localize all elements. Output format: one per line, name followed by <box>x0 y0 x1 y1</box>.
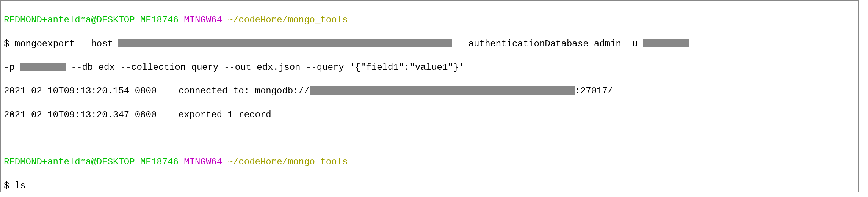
prompt-path: ~/codeHome/mongo_tools <box>228 15 348 25</box>
cmd-mongoexport-part3: -p <box>4 62 20 72</box>
prompt-dollar: $ <box>4 39 9 49</box>
redacted-password <box>20 63 66 71</box>
output-connected-prefix: 2021-02-10T09:13:20.154-0800 connected t… <box>4 86 310 96</box>
output-connected: 2021-02-10T09:13:20.154-0800 connected t… <box>4 85 855 97</box>
redacted-host <box>118 39 452 47</box>
prompt-line-2: REDMOND+anfeldma@DESKTOP-ME18746 MINGW64… <box>4 156 855 168</box>
blank-line-1 <box>4 132 855 144</box>
prompt-dollar: $ <box>4 181 9 191</box>
command-line-1b: -p --db edx --collection query --out edx… <box>4 61 855 73</box>
terminal-window[interactable]: REDMOND+anfeldma@DESKTOP-ME18746 MINGW64… <box>0 0 859 192</box>
prompt-user: REDMOND+anfeldma@DESKTOP-ME18746 <box>4 15 179 25</box>
prompt-sys: MINGW64 <box>184 157 222 167</box>
output-connected-suffix: :27017/ <box>575 86 613 96</box>
output-exported: 2021-02-10T09:13:20.347-0800 exported 1 … <box>4 109 855 121</box>
cmd-mongoexport-part1: mongoexport --host <box>15 39 119 49</box>
command-line-2: $ ls <box>4 180 855 192</box>
prompt-path: ~/codeHome/mongo_tools <box>228 157 348 167</box>
cmd-mongoexport-part2: --authenticationDatabase admin -u <box>452 39 643 49</box>
redacted-username <box>643 39 689 47</box>
prompt-line-1: REDMOND+anfeldma@DESKTOP-ME18746 MINGW64… <box>4 14 855 26</box>
cmd-ls: ls <box>15 181 26 191</box>
prompt-user: REDMOND+anfeldma@DESKTOP-ME18746 <box>4 157 179 167</box>
cmd-mongoexport-part4: --db edx --collection query --out edx.js… <box>66 62 464 72</box>
prompt-sys: MINGW64 <box>184 15 222 25</box>
command-line-1: $ mongoexport --host --authenticationDat… <box>4 38 855 50</box>
redacted-connection <box>310 86 575 95</box>
